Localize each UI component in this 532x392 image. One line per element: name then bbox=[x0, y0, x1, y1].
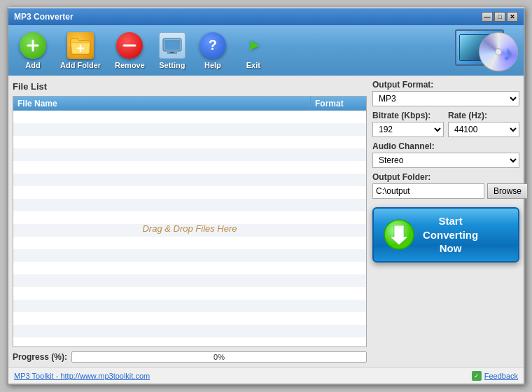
feedback-link[interactable]: Feedback bbox=[484, 372, 518, 380]
remove-icon bbox=[116, 32, 143, 59]
output-folder-input[interactable] bbox=[372, 183, 484, 199]
cd-hole bbox=[495, 48, 502, 55]
bitrate-select[interactable]: 64 128 192 256 320 bbox=[372, 122, 444, 137]
help-label: Help bbox=[204, 61, 221, 69]
window-title: MP3 Converter bbox=[14, 12, 74, 22]
convert-icon bbox=[382, 218, 416, 251]
minus-svg bbox=[122, 44, 136, 47]
svg-rect-6 bbox=[164, 40, 180, 50]
file-list-header: File List bbox=[13, 80, 367, 93]
monitor-svg bbox=[162, 37, 183, 54]
footer-link[interactable]: MP3 Toolkit - http://www.mp3toolkit.com bbox=[14, 372, 150, 380]
output-format-group: Output Format: MP3 AAC WAV OGG WMA FLAC bbox=[372, 80, 519, 106]
audio-channel-group: Audio Channel: Stereo Mono bbox=[372, 141, 519, 168]
file-table: File Name Format Drag & Drop Files Here bbox=[13, 96, 367, 347]
left-panel: File List File Name Format Drag & Drop F… bbox=[13, 80, 367, 363]
remove-button[interactable]: Remove bbox=[109, 29, 150, 72]
output-format-select[interactable]: MP3 AAC WAV OGG WMA FLAC bbox=[372, 91, 519, 106]
main-window: MP3 Converter — □ ✕ Add bbox=[7, 7, 525, 385]
bitrate-group: Bitrate (Kbps): 64 128 192 256 320 bbox=[372, 111, 444, 137]
output-folder-group: Output Folder: Browse bbox=[372, 172, 519, 199]
setting-icon bbox=[159, 32, 186, 59]
output-folder-label: Output Folder: bbox=[372, 172, 519, 182]
svg-rect-8 bbox=[167, 52, 177, 54]
bitrate-rate-row: Bitrate (Kbps): 64 128 192 256 320 Rate … bbox=[372, 111, 519, 137]
progress-value: 0% bbox=[214, 353, 225, 361]
file-table-header: File Name Format bbox=[13, 97, 366, 111]
right-panel: Output Format: MP3 AAC WAV OGG WMA FLAC … bbox=[372, 80, 519, 363]
setting-label: Setting bbox=[159, 61, 185, 69]
add-icon bbox=[20, 32, 46, 59]
convert-button-label: StartConvertingNow bbox=[423, 214, 478, 255]
music-note-icon: ♪ bbox=[503, 42, 512, 64]
content-area: File List File Name Format Drag & Drop F… bbox=[8, 76, 524, 367]
output-folder-row: Browse bbox=[372, 183, 519, 199]
add-label: Add bbox=[25, 61, 40, 69]
exit-button[interactable]: ➤ Exit bbox=[234, 29, 272, 72]
feedback-area: ✓ Feedback bbox=[472, 371, 518, 381]
bitrate-label: Bitrate (Kbps): bbox=[372, 111, 444, 120]
help-button[interactable]: ? Help bbox=[194, 29, 232, 72]
add-folder-icon bbox=[67, 32, 94, 59]
drag-drop-label: Drag & Drop Files Here bbox=[142, 223, 237, 234]
toolbar-image: ♪ bbox=[455, 29, 518, 71]
remove-label: Remove bbox=[115, 61, 145, 69]
col-format-header: Format bbox=[310, 97, 366, 111]
exit-label: Exit bbox=[246, 61, 260, 69]
close-button[interactable]: ✕ bbox=[507, 12, 518, 22]
exit-icon: ➤ bbox=[240, 32, 267, 59]
file-table-body[interactable]: Drag & Drop Files Here bbox=[13, 111, 366, 346]
title-bar: MP3 Converter — □ ✕ bbox=[8, 8, 524, 25]
minimize-button[interactable]: — bbox=[482, 12, 493, 22]
convert-button[interactable]: StartConvertingNow bbox=[372, 207, 519, 262]
progress-row: Progress (%): 0% bbox=[13, 351, 367, 363]
toolbar: Add Add Folder Remove bbox=[8, 25, 524, 76]
help-icon: ? bbox=[200, 32, 226, 59]
add-folder-button[interactable]: Add Folder bbox=[55, 29, 106, 72]
plus-svg bbox=[25, 38, 41, 53]
audio-channel-select[interactable]: Stereo Mono bbox=[372, 153, 519, 168]
maximize-button[interactable]: □ bbox=[494, 12, 505, 22]
rate-label: Rate (Hz): bbox=[448, 111, 519, 120]
rate-select[interactable]: 22050 44100 48000 bbox=[448, 122, 519, 137]
window-controls: — □ ✕ bbox=[482, 12, 518, 22]
setting-button[interactable]: Setting bbox=[153, 29, 191, 72]
footer: MP3 Toolkit - http://www.mp3toolkit.com … bbox=[8, 367, 524, 384]
folder-svg bbox=[69, 36, 92, 55]
audio-channel-label: Audio Channel: bbox=[372, 141, 519, 151]
convert-arrow-svg bbox=[383, 218, 415, 251]
rate-group: Rate (Hz): 22050 44100 48000 bbox=[448, 111, 519, 137]
col-filename-header: File Name bbox=[13, 97, 310, 111]
browse-button[interactable]: Browse bbox=[487, 183, 528, 199]
progress-label: Progress (%): bbox=[13, 352, 67, 362]
output-format-label: Output Format: bbox=[372, 80, 519, 90]
add-folder-label: Add Folder bbox=[60, 61, 101, 69]
progress-bar: 0% bbox=[71, 351, 367, 363]
feedback-icon: ✓ bbox=[472, 371, 482, 381]
add-button[interactable]: Add bbox=[14, 29, 52, 72]
